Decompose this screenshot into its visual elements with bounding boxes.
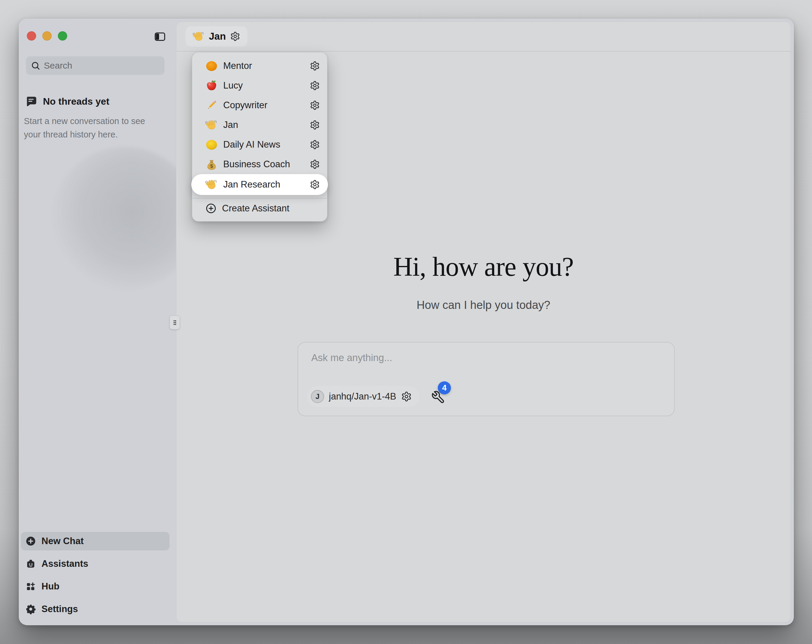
tools-button[interactable]: 4 [431, 390, 455, 408]
wave-icon [193, 30, 205, 42]
gear-icon[interactable] [310, 180, 320, 190]
gear-icon[interactable] [310, 100, 320, 110]
model-selector[interactable]: J janhq/Jan-v1-4B [307, 386, 420, 407]
assistant-menu: Mentor Lucy Copywriter Jan [192, 52, 327, 222]
gear-icon[interactable] [230, 31, 240, 41]
assistant-selector-button[interactable]: Jan [186, 26, 247, 47]
hub-grid-icon [25, 581, 36, 592]
chat-bubble-icon [24, 95, 38, 108]
money-bag-icon [205, 158, 218, 171]
menu-item-label: Jan Research [223, 179, 280, 190]
menu-item-business-coach[interactable]: Business Coach [192, 154, 327, 174]
orange-circle-icon [205, 59, 218, 72]
sidebar-item-settings[interactable]: Settings [21, 600, 169, 618]
minimize-window-button[interactable] [43, 31, 52, 41]
menu-item-label: Jan [223, 120, 238, 130]
menu-item-copywriter[interactable]: Copywriter [192, 95, 327, 115]
sidebar-item-hub[interactable]: Hub [21, 577, 169, 596]
nav-label: Hub [41, 581, 60, 592]
zoom-window-button[interactable] [58, 31, 67, 41]
gear-icon [25, 604, 36, 615]
sidebar-item-assistants[interactable]: Assistants [21, 554, 169, 573]
empty-state-title: No threads yet [43, 96, 109, 107]
menu-item-label: Business Coach [223, 159, 290, 170]
wave-icon [205, 119, 218, 131]
pencil-icon [205, 99, 218, 111]
create-assistant-button[interactable]: Create Assistant [192, 199, 327, 218]
menu-divider [192, 198, 327, 199]
apple-icon [205, 79, 218, 92]
empty-state-description-line1: Start a new conversation to see [24, 114, 167, 128]
sidebar-toggle-icon [154, 31, 166, 43]
search-input[interactable] [44, 61, 160, 71]
plus-circle-icon [25, 536, 36, 547]
menu-item-lucy[interactable]: Lucy [192, 76, 327, 95]
greeting: Hi, how are you? How can I help you toda… [176, 251, 791, 312]
menu-item-jan[interactable]: Jan [192, 115, 327, 135]
gear-icon[interactable] [310, 140, 320, 150]
wave-icon [205, 178, 218, 191]
menu-item-label: Mentor [223, 61, 252, 71]
menu-item-label: Lucy [223, 80, 243, 91]
sidebar-nav: New Chat Assistants Hub Settings [21, 532, 169, 623]
new-chat-button[interactable]: New Chat [21, 532, 169, 550]
menu-item-label: Daily AI News [223, 139, 280, 150]
desktop: No threads yet Start a new conversation … [0, 0, 812, 644]
gear-icon[interactable] [310, 159, 320, 169]
bot-icon [25, 559, 36, 569]
menu-item-jan-research[interactable]: Jan Research [191, 174, 328, 195]
main-header: Jan [176, 22, 791, 52]
search-icon [31, 61, 40, 70]
create-assistant-label: Create Assistant [222, 203, 290, 214]
gear-icon[interactable] [401, 391, 412, 402]
search-box[interactable] [26, 56, 165, 75]
sidebar-toggle-button[interactable] [154, 31, 166, 43]
circle-plus-icon [205, 203, 217, 214]
empty-state-description-line2: your thread history here. [24, 128, 167, 141]
threads-empty-state: No threads yet Start a new conversation … [24, 95, 167, 141]
yellow-circle-icon [205, 139, 218, 151]
gear-icon[interactable] [310, 81, 320, 91]
nav-label: Assistants [41, 559, 89, 569]
gear-icon[interactable] [310, 120, 320, 130]
nav-label: New Chat [41, 536, 84, 547]
greeting-title: Hi, how are you? [176, 251, 791, 282]
sidebar: No threads yet Start a new conversation … [19, 19, 176, 625]
app-window: No threads yet Start a new conversation … [19, 19, 794, 625]
traffic-lights [27, 31, 67, 41]
model-avatar: J [311, 390, 324, 403]
assistant-selector-label: Jan [209, 31, 226, 42]
menu-item-mentor[interactable]: Mentor [192, 56, 327, 76]
menu-item-label: Copywriter [223, 100, 267, 111]
main-panel: Jan Mentor Lucy Copywriter [176, 22, 791, 622]
gear-icon[interactable] [310, 61, 320, 71]
composer[interactable]: J janhq/Jan-v1-4B 4 [298, 342, 675, 416]
menu-item-daily-ai-news[interactable]: Daily AI News [192, 135, 327, 154]
model-name: janhq/Jan-v1-4B [329, 391, 396, 402]
greeting-subtitle: How can I help you today? [176, 299, 791, 312]
sidebar-resize-handle[interactable] [169, 315, 180, 329]
message-input[interactable] [311, 352, 661, 379]
close-window-button[interactable] [27, 31, 36, 41]
drag-dots-icon [173, 320, 177, 326]
tools-count-badge: 4 [438, 381, 451, 394]
nav-label: Settings [41, 604, 78, 615]
